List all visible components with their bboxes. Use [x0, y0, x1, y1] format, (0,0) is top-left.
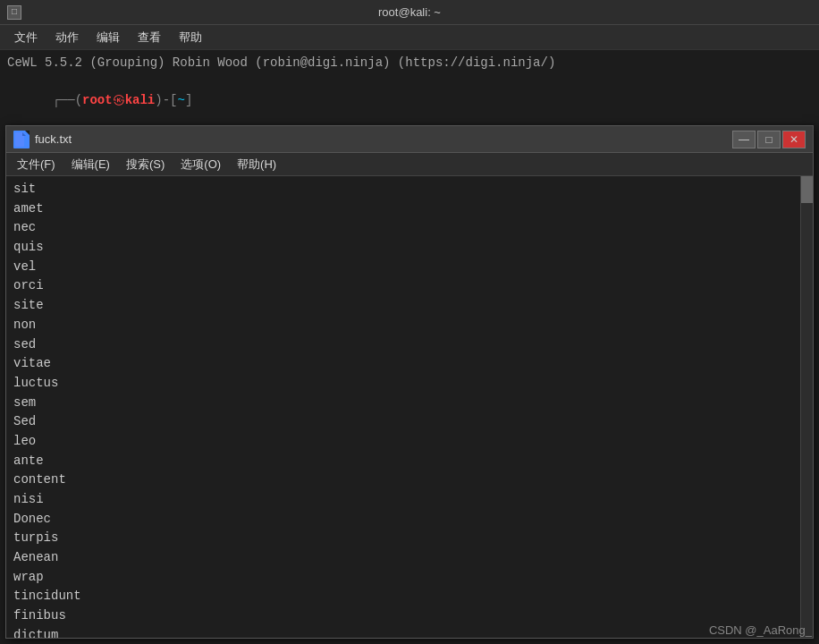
terminal-menu-help[interactable]: 帮助	[172, 28, 209, 47]
list-item: leo	[13, 432, 806, 452]
list-item: Aenean	[13, 548, 806, 568]
terminal-line-2: ┌──(root㉿kali)-[~]	[7, 72, 812, 129]
terminal-menu-view[interactable]: 查看	[131, 28, 168, 47]
list-item: finibus	[13, 606, 806, 626]
word-list: sitametnecquisvelorcisitenonsedvitaeluct…	[13, 180, 806, 638]
list-item: vitae	[13, 354, 806, 374]
prompt-at: ㉿	[113, 93, 125, 107]
editor-content: sitametnecquisvelorcisitenonsedvitaeluct…	[6, 176, 813, 638]
list-item: ante	[13, 452, 806, 471]
terminal-menu-file[interactable]: 文件	[7, 28, 45, 47]
maximize-button[interactable]: □	[757, 131, 781, 148]
terminal-titlebar: □ root@kali: ~	[0, 0, 819, 25]
list-item: turpis	[13, 529, 806, 548]
list-item: Sed	[13, 412, 806, 432]
svg-marker-1	[22, 132, 26, 136]
watermark: CSDN @_AaRong_	[709, 623, 812, 637]
editor-window: fuck.txt — □ ✕ 文件(F) 编辑(E) 搜索(S) 选项(O) 帮…	[5, 125, 814, 639]
list-item: luctus	[13, 374, 806, 394]
prompt-root: root	[82, 93, 113, 107]
editor-file-icon	[13, 131, 30, 148]
list-item: vel	[13, 258, 806, 277]
editor-titlebar: fuck.txt — □ ✕	[6, 126, 813, 153]
prompt-host: kali	[125, 93, 156, 107]
editor-menu-help[interactable]: 帮助(H)	[230, 155, 283, 174]
list-item: orci	[13, 276, 806, 296]
editor-scrollbar-thumb[interactable]	[801, 176, 813, 203]
terminal-icon: □	[7, 5, 21, 20]
terminal-menubar: 文件 动作 编辑 查看 帮助	[0, 25, 819, 50]
list-item: nisi	[13, 490, 806, 510]
list-item: content	[13, 470, 806, 490]
list-item: site	[13, 296, 806, 316]
editor-menubar: 文件(F) 编辑(E) 搜索(S) 选项(O) 帮助(H)	[6, 153, 813, 176]
terminal-title: root@kali: ~	[378, 5, 441, 19]
terminal-menu-edit[interactable]: 编辑	[89, 28, 127, 47]
list-item: quis	[13, 238, 806, 258]
terminal-line-1: CeWL 5.5.2 (Grouping) Robin Wood (robin@…	[7, 54, 812, 72]
editor-scrollbar[interactable]	[800, 176, 813, 638]
prompt-bracket-open: ┌──(	[52, 93, 82, 107]
terminal-menu-action[interactable]: 动作	[48, 28, 86, 47]
editor-menu-edit[interactable]: 编辑(E)	[64, 155, 117, 174]
minimize-button[interactable]: —	[732, 131, 756, 148]
editor-menu-options[interactable]: 选项(O)	[173, 155, 228, 174]
list-item: non	[13, 316, 806, 335]
editor-menu-file[interactable]: 文件(F)	[10, 155, 63, 174]
list-item: dictum	[13, 626, 806, 638]
list-item: Donec	[13, 510, 806, 530]
list-item: tincidunt	[13, 587, 806, 606]
list-item: sem	[13, 394, 806, 413]
editor-title-text: fuck.txt	[35, 132, 72, 146]
prompt-tilde: ~	[177, 93, 184, 107]
prompt-bracket-close: )-[	[155, 93, 177, 107]
close-button[interactable]: ✕	[782, 131, 806, 148]
list-item: sit	[13, 180, 806, 199]
list-item: nec	[13, 218, 806, 238]
editor-title-left: fuck.txt	[13, 131, 72, 148]
list-item: amet	[13, 199, 806, 219]
list-item: wrap	[13, 568, 806, 588]
editor-menu-search[interactable]: 搜索(S)	[119, 155, 172, 174]
editor-controls: — □ ✕	[732, 131, 806, 148]
list-item: sed	[13, 335, 806, 355]
prompt-bracket-end: ]	[185, 93, 192, 107]
